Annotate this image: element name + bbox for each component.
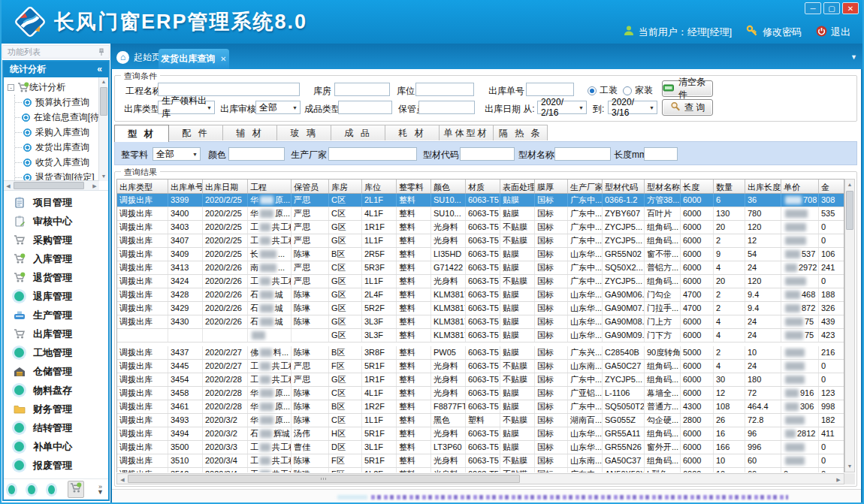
material-tab-7[interactable]: 隔 热 条 [493, 125, 548, 140]
table-row[interactable]: 调拨出库35102020/3/4工共工程陈琳F区5R1F整料光身料6063-T5… [117, 454, 844, 468]
profile-code-input[interactable] [460, 147, 515, 161]
column-header[interactable]: 出库类型 [117, 180, 168, 193]
length-input[interactable] [644, 147, 678, 161]
tree-item[interactable]: 在途信息查询[待 [15, 110, 99, 125]
tree-item[interactable]: 采购入库查询 [15, 125, 99, 140]
table-row[interactable]: 调拨出库34932020/3/2华原...陈琳C区1L1F整料黑色塑料不贴膜国标… [117, 414, 844, 427]
tree-expander-icon[interactable]: - [8, 84, 14, 91]
column-header[interactable]: 保管员 [292, 180, 329, 193]
grid-vertical-scrollbar[interactable]: ▲ ▼ [844, 179, 855, 472]
table-row[interactable]: 调拨出库34242020/2/26工共工程严思G区1L1F整料光身料6063-T… [117, 275, 844, 288]
material-tab-2[interactable]: 辅 材 [222, 125, 277, 140]
grid-horizontal-scrollbar[interactable]: ◀ ▶ [116, 473, 844, 484]
table-row[interactable]: 调拨出库34612020/2/28华原...陈琳B区1R2F整料F8877FT6… [117, 400, 844, 414]
maximize-button[interactable]: ▢ [823, 2, 840, 14]
column-header[interactable]: 颜色 [431, 180, 466, 193]
close-button[interactable]: ✕ [842, 2, 859, 14]
column-header[interactable]: 表面处理 [500, 180, 535, 193]
sidebar-item-7[interactable]: 出库管理 [4, 324, 108, 343]
column-header[interactable]: 长度 [681, 180, 714, 193]
table-row[interactable]: G区3L3F整料KLM38176063-T5贴膜国标山东华...GA90M09.… [117, 329, 844, 343]
sidebar-item-3[interactable]: 入库管理 [4, 249, 108, 268]
sidebar-item-14[interactable]: 报废管理 [4, 456, 108, 475]
column-header[interactable]: 金 [819, 180, 844, 193]
sidebar-item-8[interactable]: 工地管理 [4, 343, 108, 362]
search-button[interactable]: 查 询 [662, 99, 713, 116]
sidebar-item-5[interactable]: 退库管理 [4, 287, 108, 306]
table-row[interactable]: 调拨出库34032020/2/25工共工程严思G区1R1F整料光身料6063-T… [117, 221, 844, 234]
column-header[interactable]: 型材代码 [603, 180, 645, 193]
table-row[interactable]: 调拨出库34132020/2/26南...严思C区5R3F整料G71422606… [117, 261, 844, 275]
material-tab-0[interactable]: 型 材 [114, 125, 169, 142]
teal-dot-icon[interactable] [8, 485, 15, 494]
column-header[interactable]: 数量 [714, 180, 745, 193]
column-header[interactable]: 工程 [248, 180, 292, 193]
tab-overflow-icon[interactable]: ▼ [850, 53, 857, 61]
column-header[interactable]: 单价 [781, 180, 819, 193]
sidebar-item-13[interactable]: 补单中心 [4, 437, 108, 456]
cart-shortcut-button[interactable] [68, 481, 84, 498]
column-header[interactable]: 库房 [329, 180, 362, 193]
tab-shipping-outbound-query[interactable]: 发货出库查询 ✕ [159, 49, 229, 69]
column-header[interactable]: 型材名称 [645, 180, 681, 193]
tree-item[interactable]: 收货入库查询 [15, 155, 99, 170]
tab-home[interactable]: ⌂ 起始页 [116, 49, 161, 65]
material-tab-1[interactable]: 配 件 [168, 125, 223, 140]
sidebar-item-10[interactable]: 物料盘存 [4, 381, 108, 400]
scroll-left-icon[interactable]: ◀ [4, 183, 13, 190]
column-header[interactable]: 库位 [362, 180, 397, 193]
scroll-right-icon[interactable]: ▶ [834, 476, 843, 484]
clear-conditions-button[interactable]: 清空条件 [662, 80, 713, 97]
column-header[interactable]: 材质 [466, 180, 500, 193]
tree-root[interactable]: - 统计分析 [8, 80, 99, 95]
sidebar-item-9[interactable]: 仓储管理 [4, 362, 108, 381]
sidebar-item-0[interactable]: 项目管理 [4, 193, 108, 212]
keeper-input[interactable] [418, 101, 475, 114]
sidebar-item-6[interactable]: 生产管理 [4, 306, 108, 324]
scroll-right-icon[interactable]: ▶ [90, 183, 99, 190]
scroll-up-icon[interactable]: ▲ [99, 78, 108, 86]
column-header[interactable]: 生产厂家 [568, 180, 603, 193]
sidebar-item-11[interactable]: 财务管理 [4, 400, 108, 418]
change-password-button[interactable]: 修改密码 [746, 25, 802, 39]
audit-select[interactable]: 全部▼ [255, 101, 301, 114]
radio-gongzhuang[interactable]: 工装 [588, 84, 618, 97]
tab-close-icon[interactable]: ✕ [220, 55, 226, 63]
table-row[interactable]: 调拨出库34372020/2/27佛料...陈琳B区3R8F整料PW056063… [117, 346, 844, 360]
scroll-left-icon[interactable]: ◀ [118, 476, 127, 484]
order-no-input[interactable] [526, 83, 574, 96]
sidebar-item-4[interactable]: 退货管理 [4, 268, 108, 287]
profile-name-input[interactable] [554, 147, 611, 161]
location-input[interactable] [415, 83, 474, 96]
radio-jiazhuang[interactable]: 家装 [623, 84, 653, 97]
collapse-icon[interactable]: « [97, 62, 102, 77]
logout-button[interactable]: 退出 [816, 26, 850, 39]
table-row[interactable]: 调拨出库34072020/2/25工共工程严思G区1L1F整料光身料6063-T… [117, 234, 844, 248]
material-tab-4[interactable]: 成 品 [331, 125, 385, 140]
sidebar-item-1[interactable]: 审核中心 [4, 212, 108, 231]
column-header[interactable]: 膜厚 [535, 180, 568, 193]
date-from-picker[interactable]: 2020/ 2/16▼ [537, 101, 587, 114]
table-row[interactable]: 调拨出库35002020/3/3工共工程曹佳D区3L1F整料LT3P606063… [117, 441, 844, 454]
date-to-picker[interactable]: 2020/ 3/16▼ [608, 101, 657, 114]
tree-item[interactable]: 发货出库查询 [15, 140, 99, 155]
pin-icon[interactable] [98, 48, 104, 56]
color-input[interactable] [228, 147, 285, 161]
scroll-down-icon[interactable]: ▼ [845, 463, 854, 470]
material-tab-5[interactable]: 耗 材 [385, 125, 440, 140]
maker-input[interactable] [328, 147, 417, 161]
table-row[interactable]: 调拨出库34452020/2/27工共工程严思F区5R1F整料光身料6063-T… [117, 360, 844, 373]
out-type-select[interactable]: 生产领料出库▼ [158, 101, 215, 114]
section-header-statistics[interactable]: 统计分析 « [4, 62, 108, 77]
table-row[interactable]: 调拨出库34582020/2/28华原...陈琳C区4L1F整料光身料6063-… [117, 387, 844, 400]
product-type-input[interactable] [338, 101, 392, 114]
table-row[interactable]: 调拨出库34292020/2/26石城陈琳G区5R2F整料KLM38176063… [117, 302, 844, 315]
table-row[interactable]: 调拨出库34282020/2/26石城陈琳G区2L4F整料KLM38176063… [117, 288, 844, 302]
material-tab-3[interactable]: 玻 璃 [276, 125, 331, 140]
tree-item[interactable]: 退货查询[待定] [15, 170, 99, 181]
table-row[interactable]: 调拨出库35122020/3/4工共工程陈琳F区1L2F整料光身料6063-T5… [117, 468, 844, 472]
table-row[interactable]: 调拨出库34302020/2/26石城陈琳G区3L3F整料KLM38176063… [117, 315, 844, 329]
minimize-button[interactable]: ─ [805, 2, 821, 14]
table-row[interactable]: 调拨出库34542020/2/28工共工程严思G区1R1F整料光身料6063-T… [117, 373, 844, 387]
tree-vertical-scrollbar[interactable]: ▲ ▼ [98, 77, 108, 181]
